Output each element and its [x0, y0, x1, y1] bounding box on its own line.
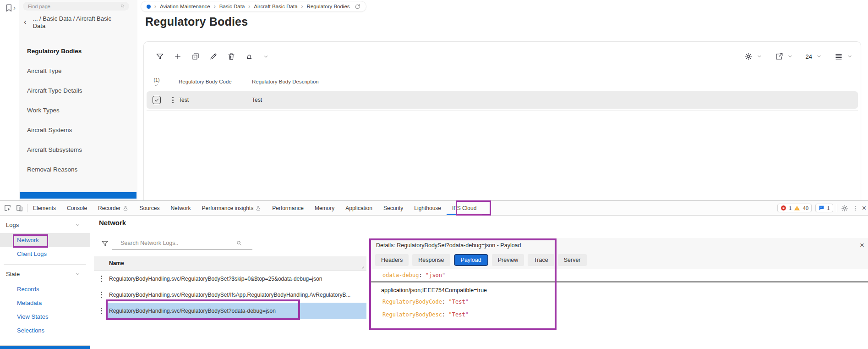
find-page-search[interactable] [23, 2, 129, 11]
logs-section-header[interactable]: Logs [0, 216, 90, 233]
breadcrumb-separator: › [154, 4, 156, 9]
devtools-tab-sources[interactable]: Sources [134, 201, 165, 215]
density-button[interactable] [835, 52, 843, 61]
details-tab-headers[interactable]: Headers [375, 254, 409, 266]
network-log-row-selected[interactable]: RegulatoryBodyHandling.svc/RegulatoryBod… [94, 303, 366, 319]
sidebar-item-view-states[interactable]: View States [0, 310, 90, 323]
export-chevron-icon[interactable] [787, 54, 793, 59]
notify-button[interactable] [245, 52, 253, 61]
warning-count: 40 [802, 205, 808, 211]
state-section-header[interactable]: State [0, 265, 90, 282]
details-tab-payload[interactable]: Payload [454, 254, 488, 266]
devtools-settings-icon[interactable] [841, 205, 848, 212]
details-tab-response[interactable]: Response [412, 254, 450, 266]
row-menu-icon[interactable] [94, 274, 109, 283]
sidebar-item-aircraft-type-details[interactable]: Aircraft Type Details [19, 81, 137, 100]
devtools-tab-lighthouse[interactable]: Lighthouse [409, 201, 447, 215]
sidebar-scrollbar[interactable] [0, 345, 90, 349]
messages-badge[interactable]: 1 [815, 204, 833, 212]
devtools-tab-performance-insights[interactable]: Performance insights [196, 201, 267, 215]
rail-expand-icon[interactable]: › [13, 4, 16, 11]
sidebar-item-aircraft-subsystems[interactable]: Aircraft Subsystems [19, 140, 137, 160]
payload-field-code: RegulatoryBodyCode: "Test" [382, 299, 469, 305]
refresh-icon[interactable] [355, 4, 360, 10]
page-size-value[interactable]: 24 [806, 53, 812, 60]
breadcrumb-home-dot[interactable] [147, 5, 151, 9]
sidebar-item-selections[interactable]: Selections [0, 323, 90, 337]
ifs-app-window: › ‹ ... / Basic Data / Aircraft Basic Da… [0, 0, 868, 200]
sidebar-item-removal-reasons[interactable]: Removal Reasons [19, 160, 137, 179]
nav-back[interactable]: ‹ ... / Basic Data / Aircraft Basic Data [24, 15, 132, 30]
breadcrumb-separator: › [301, 4, 303, 9]
density-chevron-icon[interactable] [847, 54, 852, 59]
selection-count[interactable]: (1) [147, 76, 167, 87]
message-count: 1 [827, 205, 830, 211]
details-tab-preview[interactable]: Preview [492, 254, 524, 266]
devtools-tab-elements[interactable]: Elements [27, 201, 61, 215]
devtools-tab-application[interactable]: Application [340, 201, 378, 215]
devtools-menu-icon[interactable] [852, 205, 858, 211]
sidebar-item-records[interactable]: Records [0, 282, 90, 296]
sidebar-item-work-types[interactable]: Work Types [19, 100, 137, 120]
inspect-icon[interactable] [4, 204, 11, 212]
breadcrumb-item-aviation-maintenance[interactable]: Aviation Maintenance [160, 4, 210, 9]
export-button[interactable] [775, 52, 783, 61]
chevron-down-icon [75, 222, 81, 228]
find-page-input[interactable] [23, 2, 129, 11]
sidebar-item-regulatory-bodies[interactable]: Regulatory Bodies [19, 41, 137, 61]
details-close-icon[interactable]: × [860, 241, 864, 250]
nav-scrollbar[interactable] [20, 192, 136, 199]
settings-button[interactable] [744, 52, 753, 61]
sidebar-item-aircraft-type[interactable]: Aircraft Type [19, 61, 137, 81]
sidebar-item-metadata[interactable]: Metadata [0, 296, 90, 310]
devtools-tab-performance[interactable]: Performance [267, 201, 309, 215]
network-log-row[interactable]: RegulatoryBodyHandling.svc/RegulatoryBod… [94, 271, 366, 287]
row-menu-icon[interactable] [94, 306, 109, 315]
bookmark-icon[interactable] [5, 4, 13, 12]
row-checkbox[interactable] [153, 96, 161, 104]
devtools-tab-ifs-cloud[interactable]: IFS Cloud [447, 201, 482, 215]
breadcrumb-item-basic-data[interactable]: Basic Data [219, 4, 245, 9]
sidebar-item-aircraft-systems[interactable]: Aircraft Systems [19, 120, 137, 140]
ifs-cloud-panel: Logs Network Client Logs State Records M… [0, 216, 868, 349]
sidebar-item-network-logs[interactable]: Network [0, 233, 90, 247]
devtools-tab-console[interactable]: Console [61, 201, 93, 215]
duplicate-button[interactable] [191, 52, 200, 61]
column-resize-handle[interactable] [360, 265, 364, 269]
devtools-tab-memory[interactable]: Memory [309, 201, 340, 215]
details-tab-trace[interactable]: Trace [528, 254, 554, 266]
name-column-header[interactable]: Name [94, 260, 124, 266]
cell-code[interactable]: Test [179, 97, 252, 103]
console-issues-badge[interactable]: 1 40 [777, 204, 812, 212]
add-button[interactable] [174, 52, 182, 61]
column-header-code[interactable]: Regulatory Body Code [179, 79, 252, 84]
row-menu-icon[interactable] [167, 96, 179, 105]
back-chevron-icon: ‹ [24, 18, 27, 30]
edit-button[interactable] [209, 52, 218, 61]
breadcrumb-item-aircraft-basic-data[interactable]: Aircraft Basic Data [254, 4, 297, 9]
network-log-row[interactable]: RegulatoryBodyHandling.svc/RegulatoryBod… [94, 287, 366, 303]
settings-chevron-icon[interactable] [757, 54, 762, 59]
sidebar-item-client-logs[interactable]: Client Logs [0, 247, 90, 260]
details-tabs: Headers Response Payload Preview Trace S… [375, 254, 587, 266]
select-all-check-icon[interactable] [154, 83, 159, 87]
details-tab-server[interactable]: Server [558, 254, 587, 266]
toolbar-more-chevron-icon[interactable] [263, 54, 269, 60]
cell-description[interactable]: Test [252, 97, 858, 103]
table-row[interactable]: Test Test [147, 91, 858, 109]
filter-icon[interactable] [101, 240, 109, 247]
nav-back-label: ... / Basic Data / Aircraft Basic Data [33, 15, 121, 30]
filter-button[interactable] [156, 52, 164, 61]
row-menu-icon[interactable] [94, 290, 109, 299]
device-toolbar-icon[interactable] [16, 204, 23, 212]
delete-button[interactable] [227, 52, 235, 61]
devtools-tab-recorder[interactable]: Recorder [93, 201, 134, 215]
network-search-input[interactable] [112, 237, 252, 249]
page-size-chevron-icon[interactable] [816, 54, 822, 59]
devtools-tab-security[interactable]: Security [378, 201, 409, 215]
network-search[interactable] [112, 237, 252, 249]
breadcrumb-item-regulatory-bodies[interactable]: Regulatory Bodies [307, 4, 350, 9]
devtools-tab-network[interactable]: Network [165, 201, 196, 215]
devtools-close-icon[interactable]: × [862, 205, 866, 212]
column-header-description[interactable]: Regulatory Body Description [252, 79, 858, 84]
